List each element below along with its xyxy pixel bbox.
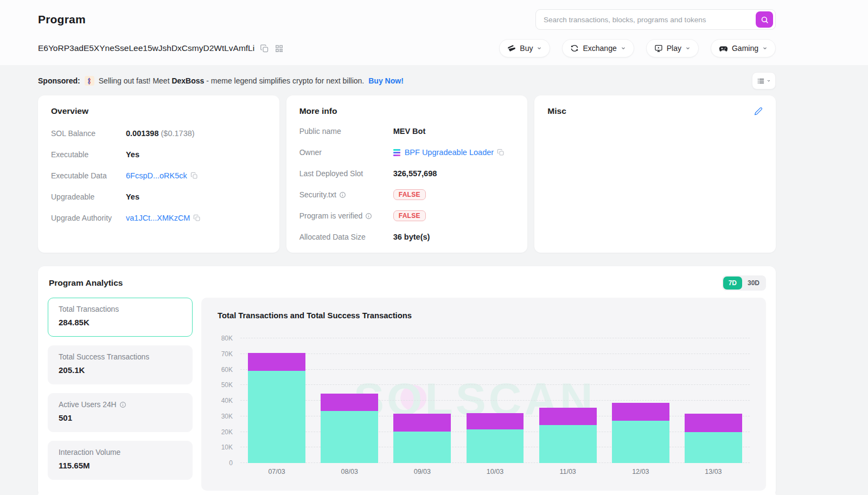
more-info-row: Allocated Data Size 36 byte(s) <box>299 231 515 243</box>
range-7d-button[interactable]: 7D <box>723 277 742 290</box>
search-input[interactable] <box>544 16 756 24</box>
row-label: Executable <box>51 150 126 159</box>
chevron-down-icon <box>621 46 626 51</box>
stat-card-total-transactions[interactable]: Total Transactions 284.85K <box>48 298 193 337</box>
chart-bar-07/03[interactable] <box>240 338 313 463</box>
bar-segment-success <box>685 432 742 463</box>
page-title: Program <box>38 13 86 26</box>
row-label: Upgradeable <box>51 192 126 201</box>
chevron-down-icon <box>685 46 691 51</box>
exchange-icon <box>570 44 579 53</box>
sponsor-logo-icon <box>85 76 94 86</box>
buy-label: Buy <box>520 44 533 53</box>
play-label: Play <box>667 44 681 53</box>
info-icon[interactable] <box>365 213 372 220</box>
x-axis-label: 12/03 <box>604 468 677 475</box>
x-axis-label: 09/03 <box>386 468 458 475</box>
buy-now-link[interactable]: Buy Now! <box>368 76 404 85</box>
card-title: Overview <box>51 106 266 116</box>
stat-value: 501 <box>59 413 182 422</box>
ad-options-button[interactable] <box>752 72 776 89</box>
row-label: Allocated Data Size <box>299 233 393 241</box>
upgrade-authority-link[interactable]: va1JCt...XMKzCM <box>126 214 201 222</box>
last-deployed-slot-value: 326,557,698 <box>393 169 437 178</box>
analytics-title: Program Analytics <box>49 278 123 288</box>
program-analytics-card: Program Analytics 7D 30D Total Transacti… <box>38 266 776 495</box>
overview-row: SOL Balance 0.001398 ($0.1738) <box>51 127 266 139</box>
y-axis-label: 70K <box>210 350 233 358</box>
copy-icon[interactable] <box>497 149 505 156</box>
exchange-button[interactable]: Exchange <box>562 39 634 57</box>
chart-bar-11/03[interactable] <box>532 338 604 463</box>
overview-row: Upgrade Authority va1JCt...XMKzCM <box>51 212 266 224</box>
copy-icon[interactable] <box>190 172 198 179</box>
gaming-button[interactable]: Gaming <box>711 39 776 57</box>
qr-code-icon[interactable] <box>275 44 284 53</box>
chart-panel: Total Transactions and Total Success Tra… <box>201 298 766 491</box>
owner-link[interactable]: BPF Upgradeable Loader <box>393 148 505 157</box>
copy-address-icon[interactable] <box>260 44 269 53</box>
chart-bar-13/03[interactable] <box>677 338 750 463</box>
search-bar <box>535 9 776 30</box>
stat-label: Active Users 24H <box>59 401 117 409</box>
range-30d-button[interactable]: 30D <box>742 277 765 290</box>
edit-button[interactable] <box>754 107 763 115</box>
chart-bar-12/03[interactable] <box>604 338 677 463</box>
executable-data-link[interactable]: 6FcspD...oRK5ck <box>126 171 198 180</box>
info-icon[interactable] <box>119 401 126 408</box>
x-axis-label: 10/03 <box>458 468 531 475</box>
chart-bar-09/03[interactable] <box>386 338 458 463</box>
copy-icon[interactable] <box>193 214 201 222</box>
chevron-down-icon <box>767 79 771 83</box>
executable-value: Yes <box>126 150 139 159</box>
stat-card-active-users-24h[interactable]: Active Users 24H 501 <box>48 393 193 432</box>
stat-value: 115.65M <box>59 461 182 470</box>
y-axis-label: 0 <box>210 459 233 467</box>
bar-segment-total <box>321 394 378 411</box>
chevron-down-icon <box>762 46 768 51</box>
play-screen-icon <box>654 44 663 53</box>
stat-card-interaction-volume[interactable]: Interaction Volume 115.65M <box>48 441 193 480</box>
more-info-row: Program is verified FALSE <box>299 210 515 222</box>
chart-bar-10/03[interactable] <box>458 338 531 463</box>
row-label: Public name <box>299 127 393 136</box>
row-label: Security.txt <box>299 190 336 199</box>
row-label: Upgrade Authority <box>51 214 126 222</box>
search-button[interactable] <box>756 11 773 28</box>
info-icon[interactable] <box>339 191 346 198</box>
stat-card-total-success-transactions[interactable]: Total Success Transactions 205.1K <box>48 345 193 384</box>
row-label: Last Deployed Slot <box>299 169 393 178</box>
bar-segment-total <box>685 414 742 432</box>
more-info-row: Public name MEV Bot <box>299 125 515 137</box>
y-axis-label: 20K <box>210 428 233 436</box>
y-axis-label: 40K <box>210 397 233 404</box>
chevron-down-icon <box>537 46 542 51</box>
chart-title: Total Transactions and Total Success Tra… <box>218 311 755 320</box>
page: Program E6YoRP3adE5XYneSseLee15wJshDxCsm… <box>0 0 868 495</box>
play-button[interactable]: Play <box>646 39 699 57</box>
stat-label: Total Transactions <box>59 305 119 313</box>
list-icon <box>757 77 765 85</box>
bar-segment-total <box>248 353 305 371</box>
bar-segment-total <box>393 414 451 431</box>
stat-label: Total Success Transactions <box>59 353 149 361</box>
sponsor-brand: DexBoss <box>171 76 204 85</box>
chart-bar-08/03[interactable] <box>313 338 386 463</box>
stat-value: 284.85K <box>59 318 182 327</box>
sponsored-banner: Sponsored: Selling out fast! Meet DexBos… <box>38 76 404 86</box>
sponsored-row: Sponsored: Selling out fast! Meet DexBos… <box>38 72 776 89</box>
bar-segment-success <box>393 432 451 463</box>
security-txt-badge: FALSE <box>393 189 426 200</box>
bar-segment-success <box>539 425 597 463</box>
gaming-label: Gaming <box>732 44 758 53</box>
bar-segment-success <box>612 421 669 463</box>
x-axis-label: 08/03 <box>313 468 386 475</box>
buy-button[interactable]: Buy <box>499 39 550 57</box>
program-address: E6YoRP3adE5XYneSseLee15wJshDxCsmyD2WtLvA… <box>38 43 254 53</box>
sponsored-label: Sponsored: <box>38 76 80 85</box>
exchange-label: Exchange <box>583 44 616 53</box>
x-axis-label: 13/03 <box>677 468 750 475</box>
credit-card-icon <box>507 44 516 53</box>
y-axis-label: 60K <box>210 366 233 374</box>
stat-value: 205.1K <box>59 365 182 375</box>
